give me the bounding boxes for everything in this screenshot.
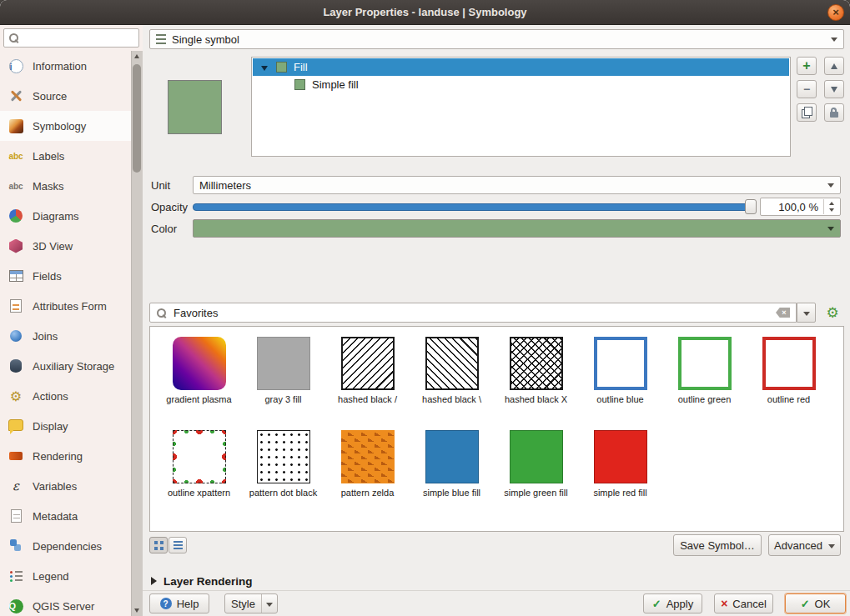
sidebar-item-joins[interactable]: Joins — [0, 321, 131, 351]
symbol-label: hashed black X — [505, 394, 567, 406]
symbol-item[interactable]: simple green fill — [494, 430, 578, 523]
search-icon — [8, 33, 19, 43]
sidebar-item-display[interactable]: Display — [0, 411, 131, 441]
symbol-item[interactable]: simple blue fill — [410, 430, 494, 523]
unit-value: Millimeters — [199, 179, 251, 192]
opacity-slider-handle[interactable] — [745, 199, 757, 214]
sidebar-item-label: Actions — [33, 390, 68, 403]
symbol-search-input[interactable] — [172, 306, 771, 320]
symbol-item[interactable]: simple red fill — [578, 430, 662, 523]
symbol-item[interactable]: outline red — [747, 337, 831, 430]
sidebar-item-rendering[interactable]: Rendering — [0, 441, 131, 471]
sidebar-item-qgis-server[interactable]: QGIS Server — [0, 591, 131, 616]
symbol-label: outline green — [678, 394, 732, 406]
sidebar-item-attributes-form[interactable]: Attributes Form — [0, 291, 131, 321]
sidebar-item-dependencies[interactable]: Dependencies — [0, 531, 131, 561]
spinner-arrows[interactable] — [823, 199, 839, 214]
chevron-down-icon — [266, 603, 273, 607]
document-icon — [11, 509, 22, 523]
sidebar-search-input[interactable] — [23, 32, 134, 45]
list-view-icon — [174, 541, 183, 543]
symbol-item[interactable]: gradient plasma — [157, 337, 241, 430]
sidebar-item-labels[interactable]: Labels — [0, 141, 131, 171]
sidebar-item-label: Metadata — [33, 510, 78, 523]
remove-symbol-layer-button[interactable] — [797, 80, 817, 98]
symbol-item[interactable]: outline blue — [578, 337, 662, 430]
symbol-item[interactable]: hashed black X — [494, 337, 578, 430]
storage-icon — [10, 359, 22, 373]
sidebar-item-label: Labels — [33, 150, 64, 163]
sidebar-item-label: Auxiliary Storage — [33, 360, 114, 373]
wrench-icon — [7, 88, 25, 104]
lock-button[interactable] — [824, 103, 844, 122]
sidebar-item-label: Display — [33, 420, 68, 433]
opacity-spinbox[interactable]: 100,0 % — [760, 198, 841, 216]
sidebar-item-symbology[interactable]: Symbology — [0, 111, 131, 141]
duplicate-button[interactable] — [797, 103, 817, 122]
symbol-item[interactable]: hashed black \ — [410, 337, 494, 430]
sidebar-item-actions[interactable]: Actions — [0, 381, 131, 411]
symbol-preview-hashed-black-x — [510, 337, 563, 390]
spin-up-icon[interactable] — [829, 202, 834, 205]
spin-down-icon[interactable] — [829, 208, 834, 212]
sidebar-item-information[interactable]: Information — [0, 51, 131, 81]
cancel-button[interactable]: × Cancel — [714, 593, 773, 613]
sidebar-item-3d-view[interactable]: 3D View — [0, 231, 131, 261]
save-symbol-button[interactable]: Save Symbol… — [673, 534, 762, 556]
sidebar-item-legend[interactable]: Legend — [0, 561, 131, 591]
add-symbol-layer-button[interactable] — [797, 57, 817, 75]
sidebar-item-fields[interactable]: Fields — [0, 261, 131, 291]
symbol-type-combo[interactable]: Single symbol — [149, 29, 844, 49]
sidebar-item-variables[interactable]: Variables — [0, 471, 131, 501]
advanced-button[interactable]: Advanced — [768, 534, 841, 556]
clear-search-icon[interactable] — [776, 308, 790, 318]
unit-combo[interactable]: Millimeters — [193, 176, 841, 194]
style-arrow-zone[interactable] — [261, 594, 277, 613]
expand-arrow-icon[interactable] — [151, 577, 157, 585]
symbol-item[interactable]: hashed black / — [325, 337, 410, 430]
apply-button[interactable]: ✓ Apply — [643, 593, 702, 613]
icon-view-toggle[interactable] — [149, 537, 168, 553]
layer-rendering-header[interactable]: Layer Rendering — [151, 573, 253, 588]
color-button[interactable] — [193, 219, 841, 238]
opacity-slider[interactable] — [193, 203, 757, 211]
style-manager-icon[interactable] — [823, 304, 842, 321]
epsilon-icon — [7, 478, 25, 494]
symbol-item[interactable]: pattern dot black — [241, 430, 325, 523]
symbol-item[interactable]: pattern zelda — [325, 430, 410, 523]
grid-view-icon — [154, 541, 158, 544]
sidebar-item-diagrams[interactable]: Diagrams — [0, 201, 131, 231]
symbol-label: outline red — [767, 394, 810, 406]
style-dropdown-button[interactable]: Style — [224, 593, 278, 613]
sidebar-search-box[interactable] — [3, 28, 139, 48]
scroll-up-icon[interactable] — [134, 54, 139, 58]
sidebar-item-masks[interactable]: Masks — [0, 171, 131, 201]
list-view-toggle[interactable] — [168, 537, 187, 553]
tree-row-fill[interactable]: Fill — [253, 58, 789, 76]
symbol-item[interactable]: outline green — [662, 337, 747, 430]
symbol-search-box[interactable] — [149, 303, 797, 323]
close-icon[interactable] — [827, 4, 844, 21]
symbol-preview-simple-blue-fill — [425, 430, 479, 483]
symbol-label: outline blue — [596, 394, 643, 406]
symbol-preview-outline-red — [762, 337, 816, 390]
tree-row-simple-fill[interactable]: Simple fill — [253, 76, 359, 93]
search-icon — [156, 308, 167, 318]
move-down-button[interactable] — [824, 80, 844, 98]
sidebar-item-label: QGIS Server — [33, 600, 94, 613]
help-button[interactable]: Help — [149, 593, 209, 613]
chevron-down-icon[interactable] — [261, 66, 268, 71]
sidebar-item-metadata[interactable]: Metadata — [0, 501, 131, 531]
symbol-item[interactable]: outline xpattern — [157, 430, 241, 523]
labels-abc-icon — [7, 148, 25, 164]
layer-rendering-label: Layer Rendering — [163, 575, 253, 588]
ok-button[interactable]: ✓ OK — [785, 593, 846, 613]
symbol-item[interactable]: gray 3 fill — [241, 337, 325, 430]
sidebar-scrollbar[interactable] — [131, 51, 143, 616]
move-up-button[interactable] — [824, 57, 844, 75]
sidebar-item-source[interactable]: Source — [0, 81, 131, 111]
scroll-down-icon[interactable] — [134, 608, 139, 613]
scrollbar-thumb[interactable] — [133, 64, 141, 173]
sidebar-item-auxiliary-storage[interactable]: Auxiliary Storage — [0, 351, 131, 381]
search-dropdown-button[interactable] — [797, 303, 816, 323]
